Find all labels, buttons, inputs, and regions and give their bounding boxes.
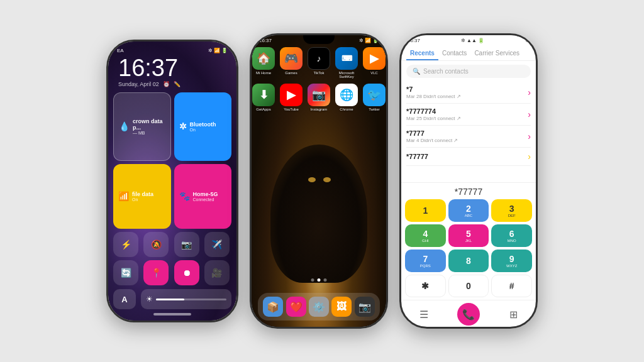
bluetooth-icon: ✲ [208, 48, 213, 53]
call-back-arrow-1[interactable]: › [528, 87, 531, 97]
home-indicator[interactable] [153, 313, 191, 315]
app-chrome[interactable]: 🌐 Chrome [335, 84, 358, 111]
dialer-bottom-bar: ☰ 📞 ⊞ [401, 300, 536, 327]
a-button[interactable]: A [113, 289, 136, 309]
app-row-1: 🏠 Mi Home 🎮 Games ♪ TikTok ⌨ Microsoft S… [252, 45, 386, 81]
dock-favorites[interactable]: ❤️ [286, 297, 306, 317]
call-back-arrow-2[interactable]: › [528, 109, 531, 119]
recents-list: *7 Mar 28 Didn't connect ↗ › *7777774 Ma… [401, 82, 536, 182]
airplane-btn[interactable]: ✈️ [204, 232, 230, 257]
call-button[interactable]: 📞 [457, 303, 480, 326]
menu-icon[interactable]: ☰ [419, 309, 428, 321]
mute-btn[interactable]: 🔕 [143, 232, 169, 257]
app-twitter[interactable]: 🐦 Twitter [363, 84, 386, 111]
settings-icon: ⚙️ [309, 297, 329, 317]
key-2[interactable]: 2 ABC [448, 199, 489, 222]
app-youtube[interactable]: ▶ YouTube [280, 84, 303, 111]
app-row-2: ⬇ GetApps ▶ YouTube 📷 Instagram 🌐 Chrome… [252, 81, 386, 114]
dock-files[interactable]: 📦 [263, 297, 283, 317]
key-6[interactable]: 6 MNO [491, 224, 532, 247]
clock-display: 16:37 [118, 56, 226, 80]
call-back-arrow-3[interactable]: › [528, 131, 531, 141]
dock-camera[interactable]: 📷 [355, 297, 375, 317]
bottom-controls: A ☀ [113, 289, 231, 309]
tab-contacts[interactable]: Contacts [438, 47, 470, 60]
data-tile[interactable]: 💧 crown data p... — MB [113, 92, 171, 161]
time-3: 16:37 [408, 38, 420, 43]
screenshot-btn[interactable]: 📷 [174, 232, 199, 257]
record-btn[interactable]: ⏺ [174, 260, 199, 285]
app-tiktok[interactable]: ♪ TikTok [308, 47, 330, 79]
location-btn[interactable]: 📍 [143, 260, 169, 285]
key-star[interactable]: ✱ [405, 275, 446, 297]
dot-1 [311, 278, 314, 282]
files-icon: 📦 [263, 297, 283, 317]
vlc-icon: ▶ [363, 47, 386, 70]
contacts-search[interactable]: 🔍 Search contacts [406, 65, 531, 78]
edit-icon: ✏️ [174, 81, 180, 87]
video-btn[interactable]: 🎥 [204, 260, 230, 285]
phone-home-screen: 16:37 ✲ 📶 🔋 🏠 Mi Home 🎮 Games ♪ [250, 33, 388, 329]
rotate-btn[interactable]: 🔄 [113, 260, 138, 285]
games-icon: 🎮 [280, 47, 303, 70]
wifi-tile[interactable]: 🐾 Home-5G Connected [174, 164, 232, 229]
dot-2 [318, 278, 321, 282]
app-swiftkey[interactable]: ⌨ Microsoft SwiftKey [335, 47, 358, 79]
mi-home-label: Mi Home [256, 71, 271, 75]
bluetooth-tile-icon: ✲ [179, 121, 187, 131]
apps-grid-icon[interactable]: ⊞ [509, 309, 518, 321]
status-icons-3: ✲ ▲▲ 🔋 [461, 38, 484, 43]
date-display: Sunday, April 02 ⏰ ✏️ [118, 81, 226, 87]
app-getapps[interactable]: ⬇ GetApps [252, 84, 275, 111]
brightness-control[interactable]: ☀ [141, 289, 231, 309]
call-back-arrow-4[interactable]: › [528, 151, 531, 162]
dock-gallery[interactable]: 🖼 [331, 297, 352, 317]
bt-icon-3: ✲ [461, 38, 465, 43]
flashlight-btn[interactable]: ⚡ [113, 232, 138, 257]
recent-item-4[interactable]: *77777 › [406, 148, 531, 166]
favorites-icon: ❤️ [286, 297, 306, 317]
key-0[interactable]: 0 [448, 275, 489, 297]
app-instagram[interactable]: 📷 Instagram [308, 84, 330, 111]
recent-item-1[interactable]: *7 Mar 28 Didn't connect ↗ › [406, 82, 531, 104]
data-icon: 📶 [118, 191, 129, 201]
youtube-label: YouTube [284, 107, 299, 111]
signal-icon-2: 📶 [365, 38, 371, 43]
app-games[interactable]: 🎮 Games [280, 47, 303, 79]
time-display-2: 16:37 [259, 38, 272, 43]
recent-item-3[interactable]: *7777 Mar 4 Didn't connect ↗ › [406, 126, 531, 148]
vlc-label: VLC [370, 71, 378, 75]
key-9[interactable]: 9 WXYZ [491, 250, 532, 272]
battery-icon-2: 🔋 [372, 38, 379, 43]
app-mi-home[interactable]: 🏠 Mi Home [252, 47, 275, 79]
recent-item-2[interactable]: *7777774 Mar 25 Didn't connect ↗ › [406, 104, 531, 126]
data-usage-tile[interactable]: 📶 file data On [113, 164, 171, 229]
gear-icon[interactable]: ⚙ [525, 38, 530, 43]
key-5[interactable]: 5 JKL [448, 224, 489, 247]
key-3[interactable]: 3 DEF [491, 199, 532, 222]
bluetooth-tile[interactable]: ✲ Bluetooth On [174, 92, 232, 161]
twitter-icon: 🐦 [363, 84, 386, 106]
brightness-icon: ☀ [146, 295, 153, 304]
water-icon: 💧 [119, 121, 130, 131]
key-8[interactable]: 8 [448, 250, 489, 272]
dial-keypad: 1 2 ABC 3 DEF 4 GHI [405, 199, 532, 297]
dock-settings[interactable]: ⚙️ [309, 297, 329, 317]
tiktok-label: TikTok [313, 71, 324, 75]
chrome-label: Chrome [340, 107, 353, 111]
carrier-label: EA [117, 48, 124, 53]
tab-recents[interactable]: Recents [406, 47, 438, 60]
key-1[interactable]: 1 [405, 199, 446, 222]
paw-icon: 🐾 [179, 191, 190, 201]
signal-3: ▲▲ [467, 38, 477, 43]
tab-carrier-services[interactable]: Carrier Services [470, 47, 523, 60]
key-4[interactable]: 4 GHI [405, 224, 446, 247]
signal-icon: 📶 [214, 48, 220, 53]
key-7[interactable]: 7 PQRS [405, 250, 446, 272]
app-vlc[interactable]: ▶ VLC [363, 47, 386, 79]
search-icon: 🔍 [413, 68, 420, 75]
time-area: 16:37 Sunday, April 02 ⏰ ✏️ [113, 56, 231, 90]
key-hash[interactable]: # [491, 275, 532, 297]
page-indicator [311, 278, 327, 282]
camera-icon: 📷 [355, 297, 375, 317]
